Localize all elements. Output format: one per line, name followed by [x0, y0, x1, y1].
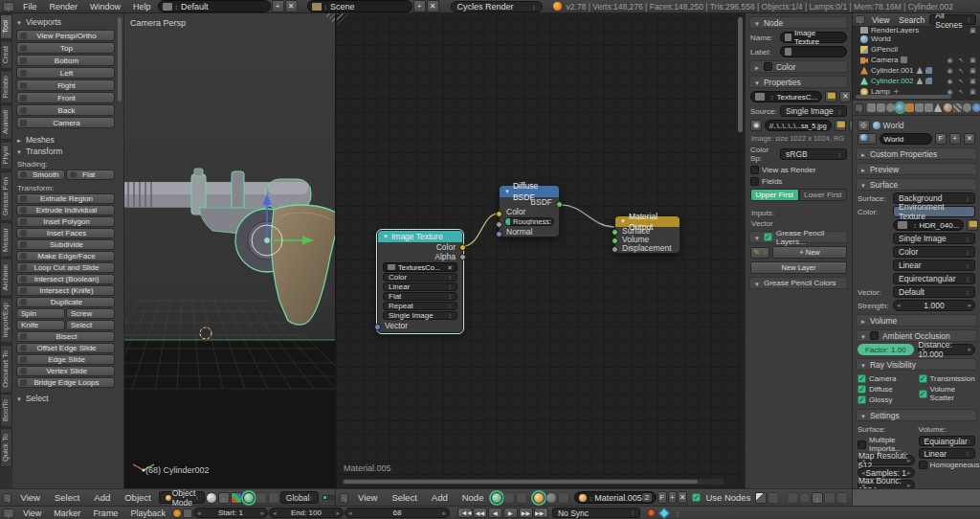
node-editor-hscrollbar[interactable]: [342, 479, 724, 485]
outliner-display-dropdown[interactable]: All Scenes: [929, 14, 976, 25]
visibility-icon[interactable]: ◉: [946, 56, 954, 64]
jump-to-start-button[interactable]: ⏐◀◀: [457, 508, 472, 518]
node-name-field[interactable]: Image Texture: [780, 32, 847, 43]
button-shade-flat[interactable]: Flat: [66, 169, 115, 180]
hdr-image-field[interactable]: HDR_040...: [893, 219, 964, 231]
next-keyframe-button[interactable]: ▶▶: [519, 508, 533, 518]
button-bridge-edge-loops[interactable]: Bridge Edge Loops: [16, 377, 115, 388]
color-checkbox[interactable]: [764, 62, 772, 71]
button-offset-edge-slide[interactable]: Offset Edge Slide: [16, 343, 115, 353]
visibility-icon[interactable]: ◉: [946, 67, 954, 75]
screen-layout-selector[interactable]: Default: [158, 0, 271, 12]
button-view-left[interactable]: Left: [16, 67, 115, 79]
unlink-material-button[interactable]: ✕: [678, 491, 687, 504]
ray-transmission-checkbox[interactable]: [919, 374, 927, 383]
node-diffuse-bsdf[interactable]: Diffuse BSDF BSDF Color Roughness: 0.000…: [499, 185, 560, 237]
material-preview-icon[interactable]: [546, 492, 557, 504]
fake-user-button[interactable]: F: [657, 491, 667, 504]
world-name-field[interactable]: World: [880, 133, 932, 145]
keying-set-dropdown[interactable]: [673, 508, 679, 518]
image-source-dropdown[interactable]: Single Image: [893, 233, 975, 244]
gp-new-button[interactable]: + New: [772, 246, 847, 259]
timeline-menu-view[interactable]: View: [17, 508, 47, 518]
tab-physics[interactable]: [972, 103, 980, 112]
frame-range-icon[interactable]: [172, 508, 182, 518]
unlink-world-button[interactable]: ✕: [964, 133, 975, 145]
shelf-tab-bool-tool[interactable]: BoolTo: [0, 394, 12, 427]
shelf-tab-import-export[interactable]: Import/Exp: [0, 297, 12, 343]
button-inset-faces[interactable]: Inset Faces: [16, 228, 115, 238]
editor-type-icon[interactable]: [855, 15, 865, 24]
tab-constraints[interactable]: [915, 103, 924, 112]
panel-header-select[interactable]: Select: [16, 393, 115, 404]
background-image-icon[interactable]: [768, 492, 779, 504]
ray-glossy-checkbox[interactable]: [858, 395, 866, 404]
image-datablock-field[interactable]: TexturesCo... ✕: [383, 262, 457, 272]
tab-render-layers[interactable]: [877, 103, 885, 112]
viewport-shading-dropdown[interactable]: [206, 492, 217, 504]
color-source-dropdown[interactable]: Environment Texture: [893, 206, 975, 217]
node-editor-canvas[interactable]: Image Texture Color Alpha TexturesCo... …: [335, 13, 745, 488]
menu-window[interactable]: Window: [84, 2, 126, 11]
shader-type-object-button[interactable]: [491, 492, 502, 504]
homogeneous-checkbox[interactable]: [919, 461, 927, 469]
ray-diffuse-checkbox[interactable]: [858, 385, 866, 394]
shelf-tab-archimesh[interactable]: Archime: [0, 259, 12, 297]
button-view-top[interactable]: Top: [16, 42, 115, 54]
view3d-menu-object[interactable]: Object: [118, 491, 157, 504]
colorspace-dropdown[interactable]: sRGB: [780, 148, 847, 160]
editor-type-icon[interactable]: [340, 493, 348, 503]
outliner-item-gpencil[interactable]: GPencil: [853, 44, 980, 55]
rotate-manipulator-button[interactable]: [256, 492, 267, 504]
add-material-button[interactable]: +: [668, 491, 678, 504]
tab-data[interactable]: [934, 103, 943, 112]
new-layer-button[interactable]: New Layer: [750, 261, 847, 274]
texture-paint-icon[interactable]: [558, 492, 569, 504]
play-reverse-button[interactable]: ◀: [488, 508, 502, 518]
translate-manipulator-button[interactable]: [243, 492, 255, 504]
dropdown-projection[interactable]: Flat: [383, 292, 457, 301]
image-interp-dropdown[interactable]: Linear: [893, 260, 975, 271]
dropdown-color-mode[interactable]: Color: [383, 273, 457, 282]
panel-header-settings[interactable]: Settings: [856, 409, 977, 421]
ray-camera-checkbox[interactable]: [858, 374, 866, 383]
button-screw[interactable]: Screw: [66, 308, 115, 319]
unlink-icon[interactable]: ✕: [447, 263, 453, 272]
button-edge-slide[interactable]: Edge Slide: [16, 354, 115, 365]
button-extrude-individual[interactable]: Extrude Individual: [16, 205, 115, 215]
outliner-item-world[interactable]: World: [853, 34, 980, 44]
copy-nodes-icon[interactable]: [824, 492, 835, 504]
panel-header-viewports[interactable]: Viewports: [16, 16, 115, 28]
button-extrude-region[interactable]: Extrude Region: [16, 193, 115, 204]
shelf-tab-quick-tools[interactable]: Quick To: [0, 428, 12, 467]
node-menu-view[interactable]: View: [351, 491, 384, 504]
button-view-persp-ortho[interactable]: View Persp/Ortho: [16, 30, 115, 41]
play-button[interactable]: ▶: [503, 508, 518, 518]
shelf-tab-measure[interactable]: Measur: [0, 222, 12, 258]
start-frame-field[interactable]: Start: 1: [193, 508, 268, 518]
button-intersect-boolean[interactable]: Intersect (Boolean): [16, 274, 115, 284]
shader-type-world-button[interactable]: [503, 492, 515, 504]
node-label-field[interactable]: [780, 46, 847, 57]
ao-factor-slider[interactable]: Factor: 1.00: [858, 344, 914, 355]
upper-first-toggle[interactable]: Upper First: [750, 189, 799, 201]
roughness-slider[interactable]: Roughness: 0.000: [504, 217, 554, 226]
panel-header-node[interactable]: Node: [749, 16, 848, 29]
fields-checkbox[interactable]: [750, 177, 759, 186]
add-layout-button[interactable]: +: [272, 0, 284, 12]
end-frame-field[interactable]: End: 100: [269, 508, 344, 518]
ao-distance-slider[interactable]: Distance: 10.000: [918, 344, 976, 355]
outliner-menu-search[interactable]: Search: [894, 15, 929, 25]
socket-surface-in[interactable]: [612, 229, 618, 236]
socket-roughness-in[interactable]: [496, 221, 502, 228]
dropdown-source[interactable]: Single Image: [383, 311, 457, 320]
remove-layout-button[interactable]: ✕: [285, 0, 298, 12]
auto-render-icon[interactable]: [787, 492, 798, 504]
auto-keying-icon[interactable]: [658, 508, 669, 518]
record-button[interactable]: [647, 508, 656, 517]
pivot-point-dropdown[interactable]: [218, 492, 230, 504]
timeline-menu-marker[interactable]: Marker: [48, 508, 86, 518]
users-count-badge[interactable]: 2: [642, 493, 652, 502]
node-image-texture[interactable]: Image Texture Color Alpha TexturesCo... …: [377, 230, 463, 333]
lower-first-toggle[interactable]: Lower First: [799, 189, 848, 201]
